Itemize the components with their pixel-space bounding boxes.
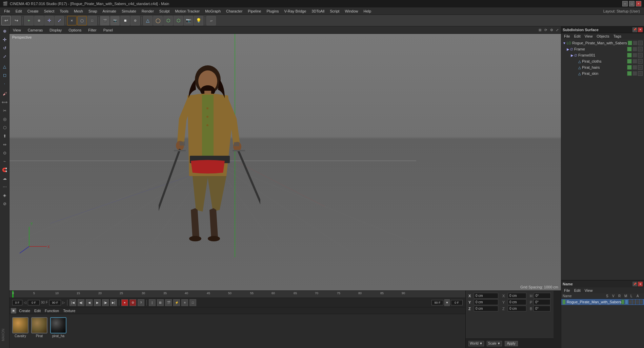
left-tool-edge[interactable]: ◻	[1, 71, 9, 79]
frame-step-down[interactable]: ◁	[24, 301, 26, 304]
scale-tool-button[interactable]: ⤢	[55, 16, 64, 25]
deformer-button[interactable]: ⬡	[174, 16, 183, 25]
menu-mograph[interactable]: MoGraph	[202, 8, 223, 14]
obj-bot-menu-edit[interactable]: Edit	[573, 288, 582, 293]
new-object-button[interactable]: +	[24, 16, 34, 25]
menu-select[interactable]: Select	[41, 8, 57, 14]
play-forward-button[interactable]: ▶	[94, 299, 101, 306]
live-selection-button[interactable]: ⊕	[34, 16, 44, 25]
material-item-cavalry[interactable]: Cavalry	[12, 317, 28, 338]
start-frame-field[interactable]: 0 F	[12, 300, 22, 305]
key-all-button[interactable]: ?	[138, 299, 144, 306]
go-to-start-button[interactable]: |◀	[69, 299, 76, 306]
menu-snap[interactable]: Snap	[86, 8, 100, 14]
generator-button[interactable]: ⬡	[163, 16, 173, 25]
obj-check-empty-2[interactable]	[632, 47, 637, 51]
viewport-fit-icon[interactable]: ⊞	[538, 28, 542, 32]
left-tool-bridge[interactable]: ⇔	[1, 140, 9, 149]
left-tool-knife[interactable]: ✂	[1, 107, 9, 115]
viewport-menu-panel[interactable]: Panel	[101, 27, 115, 33]
menu-render[interactable]: Render	[139, 8, 157, 14]
floor-button[interactable]: ▱	[206, 16, 216, 25]
minimize-button[interactable]: ─	[622, 1, 628, 6]
obj-check-empty-6[interactable]	[632, 71, 637, 76]
obj-item-frame[interactable]: ▶ ∅ Frame ··	[561, 46, 644, 52]
viewport-menu-cameras[interactable]: Cameras	[26, 27, 45, 33]
left-tool-mirror[interactable]: ⟺	[1, 98, 9, 106]
close-button[interactable]: ✕	[636, 1, 641, 6]
left-tool-bevel[interactable]: ⬡	[1, 124, 9, 132]
obj-menu-edit[interactable]: Edit	[573, 34, 582, 39]
obj-item-pirat-hairs[interactable]: ▶ △ Pirat_hairs ··	[561, 64, 644, 70]
obj-bot-menu-file[interactable]: File	[563, 288, 571, 293]
viewport-menu-filter[interactable]: Filter	[86, 27, 98, 33]
left-tool-magnet[interactable]: 🧲	[1, 166, 9, 174]
coord-y-pos-input[interactable]	[474, 299, 498, 305]
left-tool-polygon[interactable]: △	[1, 63, 9, 71]
coord-b-rot-input[interactable]	[534, 306, 550, 311]
obj-check-empty-3[interactable]	[632, 53, 637, 58]
nurbs-button[interactable]: ◯	[153, 16, 163, 25]
render-active-view-in-vp-button[interactable]: 📷	[110, 16, 120, 25]
menu-sculpt[interactable]: Sculpt	[157, 8, 173, 14]
viewport-menu-display[interactable]: Display	[47, 27, 64, 33]
left-tool-extrude[interactable]: ⬆	[1, 132, 9, 140]
left-tool-loop[interactable]: ◎	[1, 115, 9, 123]
viewport-lock-icon[interactable]: ⟳	[543, 28, 548, 32]
left-tool-extra2[interactable]: ⊘	[1, 200, 9, 208]
coord-z-size-input[interactable]	[508, 306, 526, 311]
viewport-fullscreen-icon[interactable]: ⤢	[555, 28, 560, 32]
left-tool-ironfalls[interactable]: ⋯	[1, 183, 9, 191]
go-to-next-key-button[interactable]: |▶	[102, 299, 109, 306]
fps-button[interactable]: ▼	[444, 299, 450, 306]
obj-bot-close-button[interactable]: ✕	[638, 282, 643, 286]
coord-z-pos-input[interactable]	[474, 306, 498, 311]
viewport-settings-icon[interactable]: ⚙	[549, 28, 554, 32]
material-menu-texture[interactable]: Texture	[62, 308, 77, 313]
texture-mode-button[interactable]: □	[87, 16, 97, 25]
current-frame-field[interactable]: 0 F	[28, 300, 40, 305]
obj-check-empty-4[interactable]	[632, 59, 637, 64]
redo-button[interactable]: ↪	[12, 16, 21, 25]
auto-key-button[interactable]: ⚙	[129, 299, 136, 306]
world-dropdown[interactable]: World ▼	[468, 341, 484, 346]
obj-bot-check-1[interactable]	[621, 300, 624, 304]
left-tool-extra1[interactable]: ◈	[1, 191, 9, 199]
fps-end-field[interactable]: 90 F	[431, 300, 443, 305]
menu-window[interactable]: Window	[342, 8, 361, 14]
material-item-pirat-ha[interactable]: pirat_ha	[50, 317, 66, 338]
obj-check-green-5[interactable]	[627, 65, 632, 70]
render-preset-button[interactable]: ≡	[181, 299, 188, 306]
obj-bot-check-3[interactable]	[629, 300, 632, 304]
obj-item-frame001[interactable]: ▶ ∅ Frame001 ··	[561, 52, 644, 58]
viewport-menu-options[interactable]: Options	[66, 27, 83, 33]
left-tool-point[interactable]: ·	[1, 80, 9, 88]
menu-simulate[interactable]: Simulate	[119, 8, 139, 14]
obj-item-rogue[interactable]: ▼ LO Rogue_Pirate_Man_with_Sabers ··	[561, 40, 644, 46]
menu-3dtoall[interactable]: 3DToAll	[309, 8, 327, 14]
menu-create[interactable]: Create	[25, 8, 41, 14]
render-active-view-button[interactable]: 🎬	[100, 16, 109, 25]
obj-menu-tags[interactable]: Tags	[612, 34, 623, 39]
obj-bot-menu-view[interactable]: View	[583, 288, 594, 293]
menu-pipeline[interactable]: Pipeline	[245, 8, 264, 14]
menu-motion-tracker[interactable]: Motion Tracker	[172, 8, 202, 14]
render-settings-button[interactable]: ⚙	[130, 16, 140, 25]
record-button[interactable]: ●	[121, 299, 128, 306]
obj-menu-objects[interactable]: Objects	[595, 34, 610, 39]
obj-check-green-2[interactable]	[627, 47, 632, 51]
menu-plugins[interactable]: Plugins	[264, 8, 281, 14]
model-mode-button[interactable]: ✕	[67, 16, 77, 25]
left-tool-move[interactable]: ✛	[1, 36, 9, 44]
interactive-render-region-button[interactable]: 🔲	[120, 16, 130, 25]
obj-check-green-3[interactable]	[627, 53, 632, 58]
left-tool-paint[interactable]: 🖌	[1, 90, 9, 98]
coord-y-size-input[interactable]	[508, 299, 526, 305]
frame-step-up[interactable]: ▷	[62, 301, 65, 304]
undo-button[interactable]: ↩	[1, 16, 11, 25]
menu-file[interactable]: File	[1, 8, 13, 14]
material-item-pirat[interactable]: Pirat	[31, 317, 47, 338]
end-frame-field[interactable]: 90 F	[49, 300, 61, 305]
power-slider-button[interactable]: ⚡	[173, 299, 180, 306]
timeline-button[interactable]: 🎬	[165, 299, 172, 306]
